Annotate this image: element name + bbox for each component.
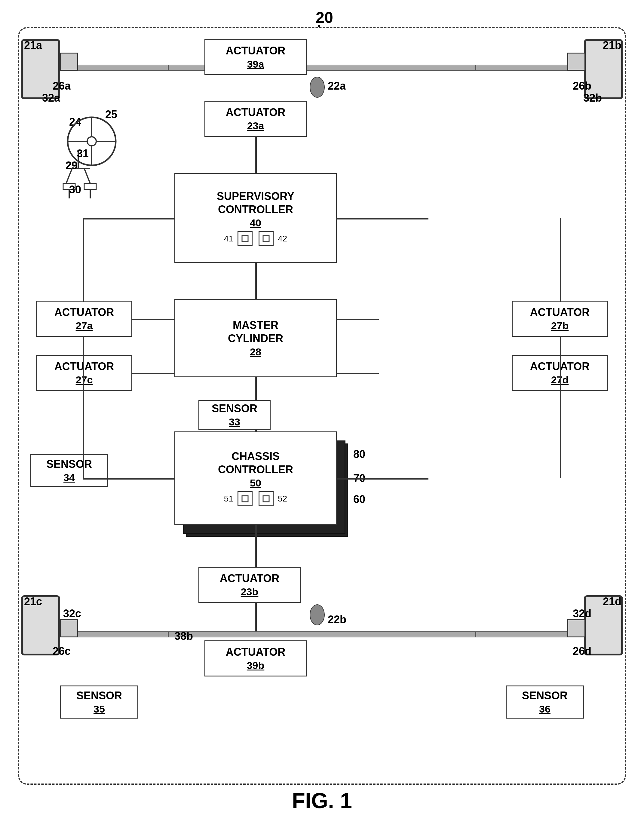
line-27c-master [132, 373, 175, 374]
line-chassis-left-v [83, 373, 84, 478]
line-super-right [337, 218, 428, 219]
actuator-39b-title: ACTUATOR [226, 646, 286, 658]
svg-rect-11 [84, 184, 96, 189]
actuator-27c-title: ACTUATOR [54, 360, 114, 373]
label-20-dot [318, 25, 320, 27]
label-31: 31 [77, 147, 89, 160]
actuator-39a-title: ACTUATOR [226, 44, 286, 57]
fig-label: FIG. 1 [0, 788, 644, 813]
label-26b: 26b [573, 80, 591, 92]
label-38b: 38b [175, 630, 193, 643]
actuator-23b-title: ACTUATOR [220, 572, 280, 585]
supervisory-controller-num: 40 [250, 217, 261, 229]
icon-52 [259, 491, 273, 506]
svg-rect-16 [242, 496, 248, 502]
sensor-34-num: 34 [63, 472, 75, 484]
actuator-27a-box: ACTUATOR 27a [36, 301, 132, 337]
actuator-27a-title: ACTUATOR [54, 306, 114, 319]
axle-rear-center [168, 631, 476, 637]
svg-rect-15 [263, 236, 269, 242]
svg-rect-14 [242, 236, 248, 242]
chassis-controller-box: CHASSISCONTROLLER 50 51 52 [175, 431, 337, 525]
sensor-35-num: 35 [94, 703, 105, 715]
label-22b: 22b [328, 613, 346, 626]
label-22a: 22a [328, 80, 346, 92]
sensor-33-num: 33 [229, 416, 240, 428]
sensor-36-title: SENSOR [522, 689, 568, 702]
line-chassis-left [83, 478, 175, 479]
label-21d: 21d [603, 595, 621, 608]
actuator-23a-box: ACTUATOR 23a [204, 101, 307, 137]
sensor-36-box: SENSOR 36 [506, 686, 584, 718]
icon-51 [238, 491, 253, 506]
actuator-23b-box: ACTUATOR 23b [198, 567, 301, 603]
label-80: 80 [353, 448, 365, 460]
patent-diagram: 20 21a 21b 26a 26b 38a 32a 32b ACTUATOR … [0, 0, 644, 825]
label-26a: 26a [53, 80, 71, 92]
line-27a-master [132, 319, 175, 320]
supervisory-controller-icons: 41 42 [224, 231, 287, 246]
sensor-33-box: SENSOR 33 [198, 400, 270, 430]
line-master-27d [337, 373, 379, 374]
icon-42 [259, 231, 273, 246]
label-21a: 21a [24, 39, 42, 52]
icon-41 [238, 231, 253, 246]
oval-front [310, 77, 325, 98]
sensor-36-num: 36 [539, 703, 550, 715]
actuator-27b-title: ACTUATOR [530, 306, 590, 319]
sensor-34-box: SENSOR 34 [30, 454, 108, 487]
actuator-23a-title: ACTUATOR [226, 106, 286, 119]
label-32a: 32a [42, 92, 60, 104]
sensor-35-title: SENSOR [76, 689, 122, 702]
master-cylinder-title: MASTERCYLINDER [228, 319, 283, 345]
chassis-controller-icons: 51 52 [224, 491, 287, 506]
sensor-35-box: SENSOR 35 [60, 686, 138, 718]
svg-rect-17 [263, 496, 269, 502]
label-26d: 26d [573, 645, 591, 658]
oval-rear [310, 604, 325, 626]
actuator-39a-box: ACTUATOR 39a [204, 39, 307, 75]
label-32d: 32d [573, 607, 591, 620]
line-chassis-right [337, 478, 428, 479]
actuator-27c-box: ACTUATOR 27c [36, 355, 132, 391]
label-21b: 21b [603, 39, 621, 52]
label-30: 30 [69, 184, 81, 196]
master-cylinder-box: MASTERCYLINDER 28 [175, 299, 337, 377]
suspension-rear-right [567, 620, 585, 637]
chassis-controller-num: 50 [250, 477, 261, 489]
svg-line-9 [84, 168, 90, 184]
line-super-left-v [83, 218, 84, 302]
sensor-33-title: SENSOR [212, 402, 257, 415]
supervisory-controller-title: SUPERVISORYCONTROLLER [217, 190, 294, 216]
actuator-39b-num: 39b [247, 660, 264, 671]
label-26c: 26c [53, 645, 71, 658]
line-master-27b [337, 319, 379, 320]
suspension-front-right [567, 53, 585, 71]
chassis-controller-title: CHASSISCONTROLLER [218, 450, 293, 476]
line-supervisor-to-master [255, 263, 257, 299]
line-super-left [83, 218, 175, 219]
line-chassis-to-23b [255, 525, 257, 567]
line-23a-to-supervisor [255, 137, 257, 173]
line-super-right-v [560, 218, 561, 302]
sensor-34-title: SENSOR [46, 457, 92, 471]
actuator-27b-num: 27b [551, 320, 569, 332]
label-32b: 32b [583, 92, 602, 104]
label-29: 29 [66, 159, 77, 172]
label-60: 60 [353, 493, 365, 506]
suspension-rear-left [60, 620, 78, 637]
actuator-23a-num: 23a [247, 120, 264, 132]
actuator-39a-num: 39a [247, 58, 264, 70]
actuator-27b-box: ACTUATOR 27b [512, 301, 608, 337]
actuator-23b-num: 23b [241, 586, 259, 598]
label-32c: 32c [63, 607, 81, 620]
label-21c: 21c [24, 595, 42, 608]
line-23b-down [255, 603, 257, 633]
supervisory-controller-box: SUPERVISORYCONTROLLER 40 41 42 [175, 173, 337, 263]
master-cylinder-num: 28 [250, 346, 261, 358]
actuator-27a-num: 27a [76, 320, 93, 332]
label-20: 20 [316, 8, 333, 26]
line-chassis-right-v [560, 373, 561, 478]
actuator-39b-box: ACTUATOR 39b [204, 640, 307, 677]
suspension-front-left [60, 53, 78, 71]
